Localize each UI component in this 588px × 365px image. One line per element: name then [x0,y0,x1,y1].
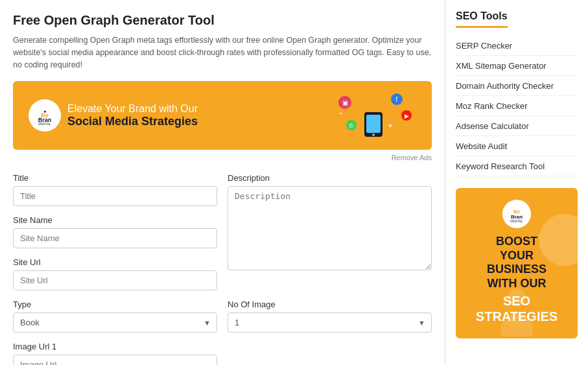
svg-point-22 [508,288,526,307]
site-url-group: Site Url [13,257,217,290]
svg-text:✆: ✆ [349,123,354,129]
title-input[interactable] [13,186,217,206]
sidebar-link-website-audit[interactable]: Website Audit [456,141,507,151]
sidebar-link-serp-checker[interactable]: SERP Checker [456,41,512,51]
form-col-description: Description [228,173,432,290]
banner-text: Elevate Your Brand with Our Social Media… [67,103,198,128]
no-of-image-label: No Of Image [228,300,432,309]
site-url-input[interactable] [13,270,217,290]
sidebar-item-website-audit[interactable]: Website Audit [456,136,578,156]
sidebar-title: SEO Tools [456,10,508,28]
svg-text:✦: ✦ [338,111,343,117]
type-select-wrapper: Book Article Website Profile Music Video… [13,312,217,333]
sidebar-link-moz-rank[interactable]: Moz Rank Checker [456,101,528,111]
sidebar-item-keyword-research[interactable]: Keyword Research Tool [456,156,578,176]
form-row-1: Title Site Name Site Url Description [13,173,432,290]
sidebar-ad: Be Bran DIGITAL BOOSTYOURBUSINESSWITH OU… [456,188,578,338]
site-url-label: Site Url [13,257,217,267]
banner-line1: Elevate Your Brand with Our [67,103,198,115]
sidebar: SEO Tools SERP Checker XML Sitemap Gener… [445,0,588,365]
sidebar-link-keyword-research[interactable]: Keyword Research Tool [456,161,545,171]
form-row-2: Type Book Article Website Profile Music … [13,300,432,333]
type-label: Type [13,300,217,309]
svg-text:DIGITAL: DIGITAL [510,219,523,223]
svg-point-7 [372,134,375,136]
sidebar-item-adsense[interactable]: Adsense Calculator [456,116,578,136]
no-of-image-select[interactable]: 1 2 3 4 [228,312,432,333]
form-col-spacer [228,342,432,365]
sidebar-item-domain-authority[interactable]: Domain Authority Checker [456,76,578,96]
form-col-type: Type Book Article Website Profile Music … [13,300,217,333]
form-section: Title Site Name Site Url Description [13,173,432,365]
type-select[interactable]: Book Article Website Profile Music Video [13,312,217,333]
page-title: Free Open Graph Generator Tool [13,13,432,28]
sidebar-ad-logo: Be Bran DIGITAL [502,200,531,228]
title-label: Title [13,173,217,183]
svg-text:f: f [396,96,398,103]
form-col-title: Title Site Name Site Url [13,173,217,290]
sidebar-item-xml-sitemap[interactable]: XML Sitemap Generator [456,56,578,76]
svg-text:DIGITAL: DIGITAL [38,122,51,126]
site-name-input[interactable] [13,228,217,248]
sidebar-link-adsense[interactable]: Adsense Calculator [456,121,529,131]
form-col-image-url: Image Url 1 [13,342,217,365]
svg-rect-6 [366,115,381,133]
main-content: Free Open Graph Generator Tool Generate … [0,0,445,365]
sidebar-link-domain-authority[interactable]: Domain Authority Checker [456,81,554,91]
site-name-group: Site Name [13,215,217,248]
banner-ad: ● Be Bran DIGITAL Elevate Your Brand wit… [13,81,432,150]
description-label: Description [228,173,432,183]
banner-graphic: ▣ f ▶ ✆ ✦ ✦ [332,93,416,138]
sidebar-nav: SERP Checker XML Sitemap Generator Domai… [456,36,578,176]
svg-text:✦: ✦ [387,121,394,130]
form-row-3: Image Url 1 [13,342,432,365]
svg-text:▣: ▣ [342,99,348,106]
image-url-input[interactable] [13,355,217,365]
banner-logo: ● Be Bran DIGITAL [29,99,61,132]
sidebar-item-serp-checker[interactable]: SERP Checker [456,36,578,56]
sidebar-link-xml-sitemap[interactable]: XML Sitemap Generator [456,61,547,71]
page-description: Generate compelling Open Graph meta tags… [13,34,432,71]
sidebar-ad-person [497,285,536,338]
banner-left: ● Be Bran DIGITAL Elevate Your Brand wit… [29,99,198,132]
site-name-label: Site Name [13,215,217,225]
svg-text:▶: ▶ [405,113,409,119]
sidebar-item-moz-rank[interactable]: Moz Rank Checker [456,96,578,116]
image-url-label: Image Url 1 [13,342,217,351]
no-image-select-wrapper: 1 2 3 4 ▼ [228,312,432,333]
remove-ads-link[interactable]: Remove Ads [13,154,432,161]
description-textarea[interactable] [228,186,432,270]
svg-point-23 [500,314,533,336]
form-col-no-image: No Of Image 1 2 3 4 ▼ [228,300,432,333]
banner-line2: Social Media Strategies [67,115,198,128]
